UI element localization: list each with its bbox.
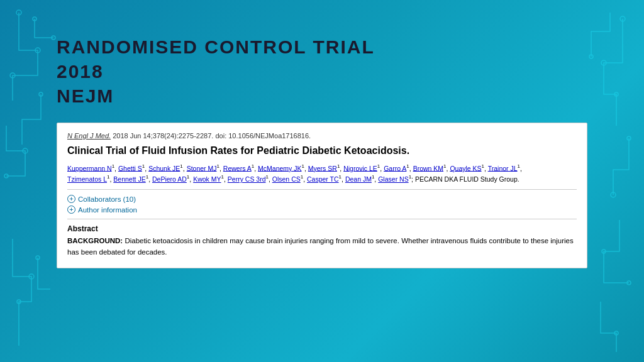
collaborators-label: Collaborators (10) [78, 195, 136, 203]
abstract-label: Abstract [67, 224, 577, 233]
expand-author-info-icon[interactable]: + [67, 206, 75, 214]
svg-point-3 [33, 17, 36, 21]
svg-point-13 [614, 92, 618, 96]
page-title: RANDOMISED CONTROL TRIAL 2018 NEJM [57, 35, 375, 108]
svg-point-14 [589, 55, 593, 58]
svg-point-15 [627, 136, 631, 140]
svg-point-17 [602, 250, 606, 253]
abstract-section: Abstract BACKGROUND: Diabetic ketoacidos… [67, 224, 577, 258]
svg-point-9 [17, 300, 21, 304]
svg-point-8 [29, 274, 34, 279]
study-group: PECARN DKA FLUID Study Group. [415, 175, 519, 183]
abstract-background-label: BACKGROUND: [67, 237, 123, 244]
abstract-text: BACKGROUND: Diabetic ketoacidosis in chi… [67, 236, 577, 258]
svg-point-7 [39, 92, 43, 96]
svg-point-5 [23, 148, 28, 153]
svg-point-10 [36, 256, 40, 260]
svg-point-4 [52, 36, 55, 40]
svg-point-18 [627, 281, 631, 285]
svg-point-11 [620, 16, 625, 21]
expand-collaborators-icon[interactable]: + [67, 195, 75, 203]
journal-name: N Engl J Med. [67, 132, 111, 140]
svg-point-2 [10, 73, 15, 78]
svg-point-6 [4, 174, 8, 178]
svg-point-19 [614, 331, 618, 335]
divider-1 [67, 189, 577, 190]
abstract-body: Diabetic ketoacidosis in children may ca… [67, 237, 574, 255]
article-title: Clinical Trial of Fluid Infusion Rates f… [67, 145, 577, 158]
journal-reference: N Engl J Med. 2018 Jun 14;378(24):2275-2… [67, 132, 577, 140]
svg-point-1 [35, 48, 40, 53]
author-info-section[interactable]: + Author information [67, 206, 577, 214]
divider-2 [67, 219, 577, 219]
authors-list: Kuppermann N1, Ghetti S1, Schunk JE1, St… [67, 163, 577, 185]
title-area: RANDOMISED CONTROL TRIAL 2018 NEJM [57, 35, 375, 108]
collaborators-section[interactable]: + Collaborators (10) [67, 195, 577, 203]
article-card: N Engl J Med. 2018 Jun 14;378(24):2275-2… [57, 123, 587, 268]
svg-point-16 [611, 192, 616, 197]
journal-ref-details: 2018 Jun 14;378(24):2275-2287. doi: 10.1… [113, 132, 311, 140]
svg-point-0 [16, 10, 21, 15]
svg-point-12 [601, 60, 606, 65]
author-info-label: Author information [78, 206, 137, 214]
